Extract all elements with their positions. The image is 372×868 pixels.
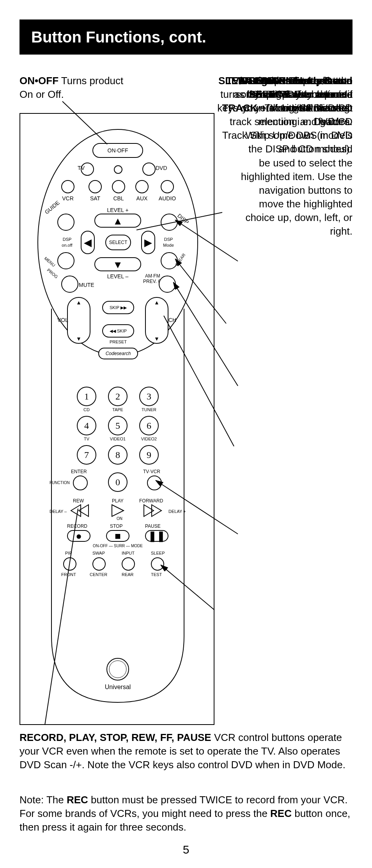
remote-disp-button bbox=[161, 214, 178, 231]
remote-tvvcr-button bbox=[147, 476, 162, 490]
remote-sleep-button bbox=[151, 557, 164, 571]
remote-stop-button: ■ bbox=[106, 530, 129, 542]
callout-record: RECORD, PLAY, STOP, REW, FF, PAUSE VCR c… bbox=[19, 731, 351, 772]
remote-select-button: SELECT bbox=[105, 235, 131, 250]
page-title: Button Functions, cont. bbox=[19, 19, 353, 55]
svg-marker-4 bbox=[79, 505, 89, 516]
remote-mute-button bbox=[61, 276, 78, 293]
remote-indicator bbox=[114, 165, 122, 174]
remote-clear-button bbox=[161, 252, 178, 269]
remote-dvd-button bbox=[142, 163, 156, 176]
remote-enter-button bbox=[73, 476, 88, 490]
remote-codesearch-button: Codesearch bbox=[98, 348, 138, 359]
remote-pause-button: ❚❚ bbox=[145, 530, 168, 542]
remote-prevch-button bbox=[159, 276, 176, 293]
svg-marker-5 bbox=[112, 505, 124, 516]
page-number: 5 bbox=[19, 842, 353, 858]
callout-on-off: ON•OFF Turns product On or Off. bbox=[19, 74, 136, 101]
callout-sleep: SLEEP enables the remote to turn off you… bbox=[212, 74, 353, 115]
remote-record-button: ● bbox=[67, 530, 90, 542]
svg-marker-6 bbox=[144, 505, 154, 516]
svg-point-1 bbox=[107, 658, 129, 680]
remote-diagram: ON·OFF TV DVD VCR SAT CBL AUX AUDIO bbox=[19, 113, 214, 725]
remote-menu-button bbox=[57, 252, 74, 269]
remote-on-off-button: ON·OFF bbox=[92, 143, 143, 158]
remote-guide-button bbox=[57, 214, 74, 231]
svg-point-2 bbox=[109, 661, 126, 678]
note-block: Note: The REC button must be pressed TWI… bbox=[19, 793, 351, 834]
